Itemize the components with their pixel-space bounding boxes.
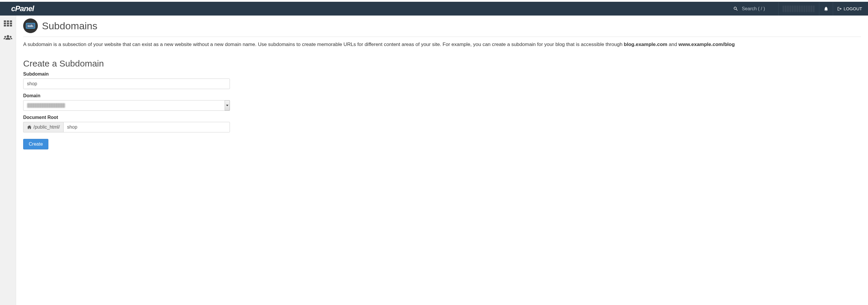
form-group-domain: Domain [23, 93, 230, 111]
grid-icon [4, 20, 12, 27]
svg-point-11 [10, 36, 11, 38]
form-group-subdomain: Subdomain [23, 71, 230, 89]
docroot-prefix-text: /public_html/ [33, 125, 60, 130]
svg-rect-4 [7, 23, 9, 24]
subdomain-input[interactable] [23, 78, 230, 89]
docroot-input-group: /public_html/ [23, 122, 230, 132]
docroot-prefix: /public_html/ [23, 122, 63, 132]
page-header: sub. Subdomains [23, 19, 861, 37]
docroot-label: Document Root [23, 115, 230, 120]
header-bar: cPanel LOGOUT [0, 2, 868, 15]
page-title: Subdomains [42, 20, 97, 32]
description-text-1: A subdomain is a subsection of your webs… [23, 42, 624, 47]
search-icon [733, 6, 738, 11]
sidebar [0, 15, 16, 305]
svg-rect-0 [4, 21, 6, 22]
svg-rect-1 [7, 21, 9, 22]
svg-rect-8 [10, 25, 12, 27]
logo[interactable]: cPanel [11, 4, 34, 13]
page-description: A subdomain is a subsection of your webs… [23, 41, 861, 48]
logo-text: cPanel [11, 4, 34, 13]
domain-select[interactable] [23, 100, 230, 111]
logout-icon [837, 6, 842, 11]
svg-point-9 [7, 35, 9, 37]
create-button[interactable]: Create [23, 139, 49, 149]
user-account-label[interactable] [783, 6, 815, 12]
svg-rect-2 [10, 21, 12, 22]
header-divider [819, 2, 819, 15]
search-wrap[interactable] [733, 6, 774, 11]
domain-select-display [23, 100, 225, 111]
svg-rect-6 [4, 25, 6, 27]
sidebar-item-users[interactable] [3, 34, 12, 41]
description-bold2: www.example.com/blog [678, 42, 735, 47]
subdomain-icon: sub. [26, 23, 35, 29]
header-divider [778, 2, 779, 15]
chevron-down-icon [226, 105, 228, 106]
svg-rect-3 [4, 23, 6, 24]
logout-button[interactable]: LOGOUT [837, 6, 862, 11]
main-content: sub. Subdomains A subdomain is a subsect… [16, 15, 868, 305]
page-feature-icon: sub. [23, 19, 38, 33]
docroot-input[interactable] [63, 122, 230, 132]
bell-icon [824, 6, 829, 12]
search-input[interactable] [742, 6, 774, 11]
create-subdomain-title: Create a Subdomain [23, 59, 861, 69]
subdomain-label: Subdomain [23, 71, 230, 77]
page-body: sub. Subdomains A subdomain is a subsect… [0, 15, 868, 305]
domain-selected-value [27, 103, 65, 108]
description-and: and [668, 42, 679, 47]
sidebar-item-apps[interactable] [3, 20, 12, 27]
description-bold1: blog.example.com [624, 42, 667, 47]
domain-select-toggle[interactable] [225, 100, 230, 111]
domain-label: Domain [23, 93, 230, 98]
svg-rect-7 [7, 25, 9, 27]
form-group-docroot: Document Root /public_html/ [23, 115, 230, 132]
svg-point-10 [4, 36, 6, 38]
users-icon [3, 34, 12, 41]
home-icon [27, 125, 32, 129]
notifications-button[interactable] [824, 6, 829, 12]
svg-rect-5 [10, 23, 12, 24]
logout-label: LOGOUT [844, 6, 862, 11]
